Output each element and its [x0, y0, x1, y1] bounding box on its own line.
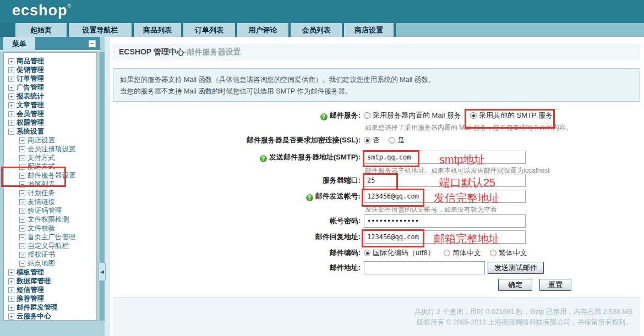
nav-tab-3[interactable]: 商品列表 — [134, 23, 181, 37]
annotation-box-sidebar-mail-settings — [1, 167, 66, 187]
arrow-icon[interactable]: → — [19, 137, 25, 144]
arrow-icon[interactable]: → — [19, 243, 25, 249]
sidebar-item[interactable]: →首页主广告管理 — [8, 233, 96, 241]
nav-tab-2[interactable]: 设置导航栏 — [69, 23, 132, 37]
arrow-icon[interactable]: → — [19, 225, 25, 232]
expand-icon[interactable]: + — [8, 85, 14, 91]
port-label: 服务器端口: — [110, 175, 361, 185]
expand-icon[interactable]: + — [8, 313, 14, 320]
minimize-icon[interactable]: − — [89, 40, 96, 47]
expand-icon[interactable]: + — [8, 93, 14, 100]
sidebar-item[interactable]: +会员管理 — [8, 109, 96, 118]
expand-icon[interactable]: + — [8, 76, 14, 82]
info-line: 如果您的服务器支持 Mail 函数（具体信息请咨询您的空间提供商）。我们建议您使… — [120, 74, 633, 86]
arrow-icon[interactable]: → — [19, 217, 25, 223]
expand-icon[interactable]: + — [8, 111, 14, 117]
nav-tab-7[interactable]: 商店设置 — [344, 23, 394, 37]
sidebar-item[interactable]: +报表统计 — [8, 92, 96, 101]
radio-encoding-utf8-label[interactable]: 国际化编码（utf8） — [373, 248, 435, 258]
sidebar-item[interactable]: +文章管理 — [8, 101, 96, 109]
app-header: ecshop® — [0, 0, 644, 23]
chevron-left-icon: ◀ — [100, 269, 103, 274]
logo-text: ecshop — [12, 2, 68, 19]
nav-tab-4[interactable]: 订单列表 — [183, 23, 235, 37]
expand-icon[interactable]: + — [8, 305, 14, 311]
expand-icon[interactable]: + — [8, 269, 14, 276]
arrow-icon[interactable]: → — [19, 146, 25, 152]
sidebar-item[interactable]: +权限管理 — [8, 118, 96, 127]
arrow-icon[interactable]: → — [19, 234, 25, 240]
navbar-filler — [396, 23, 644, 37]
registered-mark: ® — [68, 3, 72, 9]
radio-encoding-big5[interactable] — [490, 250, 496, 256]
sidebar-item[interactable]: +短信管理 — [8, 285, 96, 294]
sidebar-item-label: 会员注册项设置 — [28, 145, 76, 154]
sidebar-item[interactable]: →支付方式 — [8, 153, 96, 162]
expand-icon[interactable]: + — [8, 58, 14, 64]
radio-encoding-gb[interactable] — [444, 250, 450, 256]
sidebar-item[interactable]: →会员注册项设置 — [8, 145, 96, 153]
sidebar-item[interactable]: −系统设置 — [8, 127, 96, 136]
sidebar-item[interactable]: →商店设置 — [8, 136, 96, 145]
send-test-mail-button[interactable]: 发送测试邮件 — [488, 262, 544, 274]
help-icon: ? — [260, 155, 267, 162]
nav-tab-6[interactable]: 会员列表 — [291, 23, 342, 37]
radio-ssl-yes[interactable] — [389, 137, 395, 144]
radio-encoding-utf8[interactable] — [364, 250, 370, 256]
radio-ssl-no-label[interactable]: 否 — [373, 135, 380, 145]
sidebar-item[interactable]: →站点地图 — [8, 259, 96, 268]
sidebar-item[interactable]: →文件校验 — [8, 224, 96, 233]
sidebar-item[interactable]: →验证码管理 — [8, 206, 96, 215]
sidebar-collapse-handle[interactable]: ◀ — [99, 262, 106, 281]
arrow-icon[interactable]: → — [19, 190, 25, 196]
sidebar-item[interactable]: +模板管理 — [8, 268, 96, 277]
sidebar-item[interactable]: →友情链接 — [8, 197, 96, 206]
radio-ssl-no[interactable] — [364, 137, 370, 144]
sidebar-item-label: 云服务中心 — [17, 312, 51, 321]
sidebar-item[interactable]: →自定义导航栏 — [8, 241, 96, 250]
password-label: 帐号密码: — [110, 216, 361, 226]
sidebar-header: 菜单 − — [0, 37, 100, 51]
test-address-label: 邮件地址: — [110, 263, 361, 273]
expand-icon[interactable]: + — [8, 296, 14, 302]
reset-button[interactable]: 重置 — [539, 279, 571, 291]
sidebar-item[interactable]: +促销管理 — [8, 65, 96, 74]
arrow-icon[interactable]: → — [19, 155, 25, 161]
sidebar-item[interactable]: →文件权限检测 — [8, 215, 96, 224]
sidebar-item-label: 友情链接 — [28, 197, 55, 207]
annotation-box-account-input — [362, 189, 424, 207]
expand-icon[interactable]: + — [8, 67, 14, 73]
sidebar-item[interactable]: +订单管理 — [8, 74, 96, 83]
nav-tab-1[interactable]: 起始页 — [15, 23, 67, 37]
expand-icon[interactable]: + — [8, 120, 14, 126]
arrow-icon[interactable]: → — [19, 261, 25, 267]
radio-ssl-yes-label[interactable]: 是 — [397, 135, 405, 145]
sidebar-item[interactable]: +商品管理 — [8, 57, 96, 65]
radio-mail-builtin[interactable] — [364, 112, 370, 119]
sidebar-item-label: 文章管理 — [17, 101, 44, 110]
sidebar-item[interactable]: +推荐管理 — [8, 294, 96, 303]
expand-icon[interactable]: + — [8, 102, 14, 108]
test-address-input[interactable] — [364, 261, 485, 274]
sidebar-item[interactable]: +数据库管理 — [8, 277, 96, 285]
collapse-icon[interactable]: − — [8, 129, 14, 135]
sidebar-item[interactable]: →计划任务 — [8, 189, 96, 197]
sidebar-item[interactable]: +云服务中心 — [8, 312, 96, 321]
expand-icon[interactable]: + — [8, 287, 14, 293]
ok-button[interactable]: 确定 — [498, 279, 532, 291]
arrow-icon[interactable]: → — [19, 252, 25, 258]
radio-encoding-big5-label[interactable]: 繁体中文 — [499, 248, 527, 258]
sidebar-item-label: 短信管理 — [17, 285, 44, 295]
sidebar-item[interactable]: +邮件群发管理 — [8, 303, 96, 312]
row-test-address: 邮件地址: 发送测试邮件 — [110, 261, 640, 274]
nav-tab-5[interactable]: 用户评论 — [237, 23, 288, 37]
arrow-icon[interactable]: → — [19, 208, 25, 214]
expand-icon[interactable]: + — [8, 278, 14, 284]
account-label: ?邮件发送帐号: — [110, 191, 361, 201]
password-input[interactable] — [364, 214, 526, 228]
sidebar-item[interactable]: →授权证书 — [8, 250, 96, 259]
arrow-icon[interactable]: → — [19, 199, 25, 205]
radio-encoding-gb-label[interactable]: 简体中文 — [452, 248, 481, 258]
radio-mail-builtin-label[interactable]: 采用服务器内置的 Mail 服务 — [373, 111, 461, 120]
sidebar-item[interactable]: +广告管理 — [8, 83, 96, 92]
